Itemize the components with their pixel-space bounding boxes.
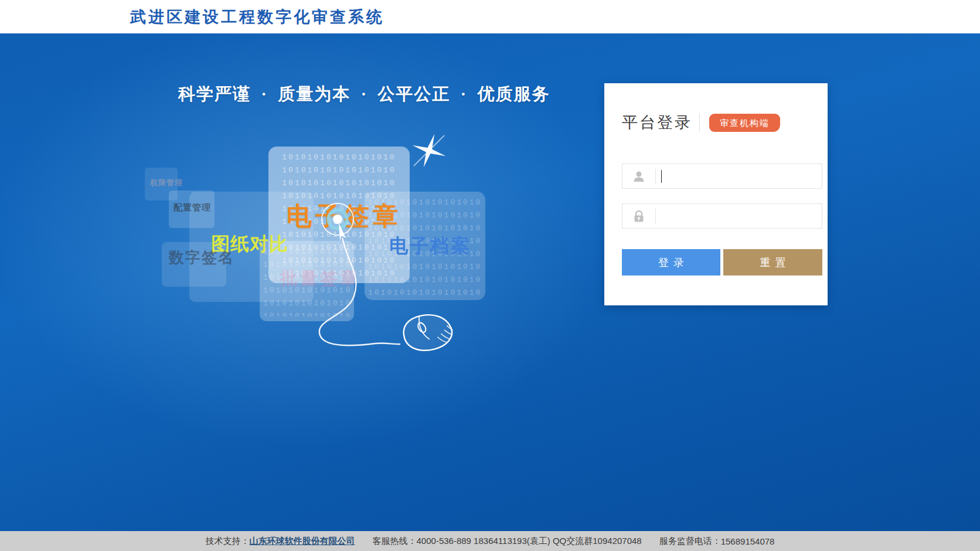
user-icon bbox=[622, 169, 655, 183]
hero-banner: 科学严谨 · 质量为本 · 公平公正 · 优质服务 10101010101010… bbox=[0, 33, 980, 531]
feature-label-ghost: 权限管理 bbox=[150, 178, 183, 188]
portal-badge[interactable]: 审查机构端 bbox=[709, 114, 780, 132]
page-title: 武进区建设工程数字化审查系统 bbox=[130, 6, 384, 28]
username-input[interactable] bbox=[662, 164, 822, 188]
login-button[interactable]: 登录 bbox=[622, 249, 720, 276]
hotline-value: 4000-536-889 18364113193(袁工) QQ交流群109420… bbox=[417, 536, 642, 547]
supervision-label: 服务监督电话： bbox=[659, 536, 721, 547]
password-field-wrap bbox=[622, 203, 822, 229]
page-footer: 技术支持： 山东环球软件股份有限公司 客服热线： 4000-536-889 18… bbox=[0, 531, 980, 551]
login-title: 平台登录 bbox=[622, 112, 692, 133]
hotline-label: 客服热线： bbox=[373, 536, 417, 547]
field-divider bbox=[655, 169, 656, 184]
slogan-text: 科学严谨 · 质量为本 · 公平公正 · 优质服务 bbox=[178, 83, 550, 106]
support-label: 技术支持： bbox=[206, 536, 250, 547]
support-company-link[interactable]: 山东环球软件股份有限公司 bbox=[250, 536, 355, 547]
cursor-ripple-icon bbox=[322, 203, 353, 242]
feature-label-digital-signature: 数字签名 bbox=[169, 247, 234, 268]
reset-button[interactable]: 重置 bbox=[723, 249, 822, 276]
lock-icon bbox=[622, 209, 655, 223]
sparkle-icon bbox=[410, 132, 448, 169]
password-input[interactable] bbox=[656, 204, 822, 228]
title-divider bbox=[699, 114, 700, 131]
username-field-wrap bbox=[622, 164, 822, 189]
top-header: 武进区建设工程数字化审查系统 bbox=[0, 0, 980, 33]
login-panel: 平台登录 审查机构端 登录 重置 bbox=[604, 83, 828, 305]
feature-label-config: 配置管理 bbox=[173, 202, 211, 213]
mouse-icon bbox=[305, 199, 486, 375]
supervision-value: 15689154078 bbox=[721, 536, 775, 546]
